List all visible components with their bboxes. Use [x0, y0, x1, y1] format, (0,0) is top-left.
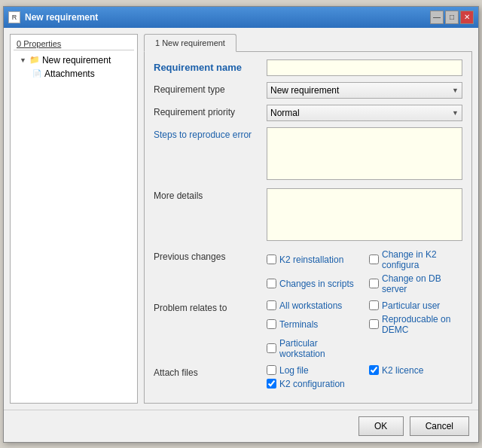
control-requirement-type: New requirement Bug Enhancement: [267, 82, 462, 99]
checkbox-item-k2-configuration-change[interactable]: Change in K2 configura: [369, 249, 462, 270]
title-bar: R New requirement — □ ✕: [4, 7, 478, 28]
checkbox-item-k2-licence[interactable]: K2 licence: [369, 365, 462, 376]
group-problem-relates-to: All workstations Particular user Termina…: [267, 300, 462, 359]
doc-icon: [32, 69, 42, 79]
checkbox-item-log-file[interactable]: Log file: [267, 365, 360, 376]
select-requirement-priority[interactable]: Normal High Low Critical: [267, 105, 462, 121]
checkbox-item-particular-user[interactable]: Particular user: [369, 300, 462, 311]
label-k2-configuration: K2 configuration: [279, 379, 345, 389]
right-panel: 1 New requirement Requirement name Requi…: [144, 34, 472, 404]
select-wrapper-type: New requirement Bug Enhancement: [267, 82, 462, 99]
maximize-button[interactable]: □: [445, 11, 459, 24]
cancel-button[interactable]: Cancel: [410, 416, 469, 436]
checkbox-change-db-server[interactable]: [369, 279, 379, 288]
close-button[interactable]: ✕: [460, 11, 474, 24]
label-k2-reinstallation: K2 reinstallation: [279, 254, 343, 265]
checkbox-item-all-workstations[interactable]: All workstations: [267, 300, 360, 311]
checkbox-k2-licence[interactable]: [369, 365, 379, 375]
bottom-bar: OK Cancel: [4, 410, 478, 442]
checkbox-reproducable-demc[interactable]: [369, 319, 379, 329]
minimize-button[interactable]: —: [430, 11, 444, 24]
select-requirement-type[interactable]: New requirement Bug Enhancement: [267, 82, 462, 99]
row-requirement-priority: Requirement priority Normal High Low Cri…: [154, 105, 462, 121]
label-k2-licence: K2 licence: [382, 365, 423, 376]
window-icon: R: [8, 11, 20, 23]
title-bar-left: R New requirement: [8, 11, 98, 23]
group-attach-files: Log file K2 licence K2 configuration: [267, 365, 462, 389]
tree-item-attachments[interactable]: Attachments: [14, 67, 134, 81]
label-all-workstations: All workstations: [279, 300, 342, 311]
window-body: 0 Properties ▼ New requirement Attachmen…: [4, 28, 478, 410]
label-reproducable-demc: Reproducable on DEMC: [382, 314, 462, 335]
window-title: New requirement: [25, 12, 98, 23]
row-attach-files: Attach files Log file K2 licence K2 c: [154, 365, 462, 389]
tree-expand-icon: ▼: [20, 56, 26, 64]
left-panel: 0 Properties ▼ New requirement Attachmen…: [10, 34, 138, 404]
row-problem-relates-to: Problem relates to All workstations Part…: [154, 300, 462, 359]
label-k2-configuration-change: Change in K2 configura: [382, 249, 462, 270]
checkbox-item-particular-workstation[interactable]: Particular workstation: [267, 338, 360, 359]
checkbox-k2-reinstallation[interactable]: [267, 254, 276, 264]
label-requirement-priority: Requirement priority: [154, 105, 267, 117]
label-change-db-server: Change on DB server: [382, 273, 462, 294]
properties-title[interactable]: 0 Properties: [14, 38, 134, 50]
label-particular-user: Particular user: [382, 300, 440, 311]
tab-bar: 1 New requirement: [144, 34, 472, 52]
checkbox-terminals[interactable]: [267, 319, 276, 329]
control-steps: [267, 127, 462, 182]
checkbox-item-k2-reinstallation[interactable]: K2 reinstallation: [267, 249, 360, 270]
label-problem-relates-to: Problem relates to: [154, 300, 267, 313]
label-attach-files: Attach files: [154, 365, 267, 378]
row-steps: Steps to reproduce error: [154, 127, 462, 182]
folder-icon: [29, 55, 40, 66]
label-requirement-name: Requirement name: [154, 59, 267, 73]
tab-new-requirement[interactable]: 1 New requirement: [144, 34, 236, 52]
group-previous-changes: K2 reinstallation Change in K2 configura…: [267, 249, 462, 294]
row-more-details: More details: [154, 188, 462, 243]
main-window: R New requirement — □ ✕ 0 Properties ▼ N…: [3, 6, 479, 443]
checkbox-log-file[interactable]: [267, 365, 276, 375]
textarea-steps[interactable]: [267, 127, 462, 180]
checkbox-k2-configuration[interactable]: [267, 379, 276, 389]
label-log-file: Log file: [279, 365, 309, 376]
tree-item-requirement[interactable]: ▼ New requirement: [14, 53, 134, 67]
checkbox-item-terminals[interactable]: Terminals: [267, 314, 360, 335]
control-more-details: [267, 188, 462, 243]
label-particular-workstation: Particular workstation: [279, 338, 360, 359]
tree-label-requirement: New requirement: [42, 55, 111, 66]
label-terminals: Terminals: [279, 319, 318, 330]
checkbox-item-k2-configuration[interactable]: K2 configuration: [267, 379, 360, 389]
row-previous-changes: Previous changes K2 reinstallation Chang…: [154, 249, 462, 294]
checkbox-item-changes-in-scripts[interactable]: Changes in scripts: [267, 273, 360, 294]
checkbox-particular-workstation[interactable]: [267, 343, 276, 353]
label-previous-changes: Previous changes: [154, 249, 267, 262]
label-steps: Steps to reproduce error: [154, 127, 267, 140]
label-changes-in-scripts: Changes in scripts: [279, 279, 354, 289]
label-more-details: More details: [154, 188, 267, 201]
checkbox-particular-user[interactable]: [369, 300, 379, 310]
label-requirement-type: Requirement type: [154, 82, 267, 95]
control-requirement-name: [267, 59, 462, 76]
select-wrapper-priority: Normal High Low Critical: [267, 105, 462, 121]
textarea-more-details[interactable]: [267, 188, 462, 241]
ok-button[interactable]: OK: [358, 416, 404, 436]
checkbox-all-workstations[interactable]: [267, 300, 276, 310]
form-area: Requirement name Requirement type New re…: [144, 52, 472, 404]
tree-label-attachments: Attachments: [44, 69, 95, 79]
checkbox-changes-in-scripts[interactable]: [267, 279, 276, 288]
checkbox-item-change-db-server[interactable]: Change on DB server: [369, 273, 462, 294]
checkbox-item-reproducable-demc[interactable]: Reproducable on DEMC: [369, 314, 462, 335]
row-requirement-name: Requirement name: [154, 59, 462, 76]
row-requirement-type: Requirement type New requirement Bug Enh…: [154, 82, 462, 99]
title-buttons: — □ ✕: [430, 11, 474, 24]
control-requirement-priority: Normal High Low Critical: [267, 105, 462, 121]
checkbox-k2-configuration-change[interactable]: [369, 254, 379, 264]
input-requirement-name[interactable]: [267, 59, 462, 76]
